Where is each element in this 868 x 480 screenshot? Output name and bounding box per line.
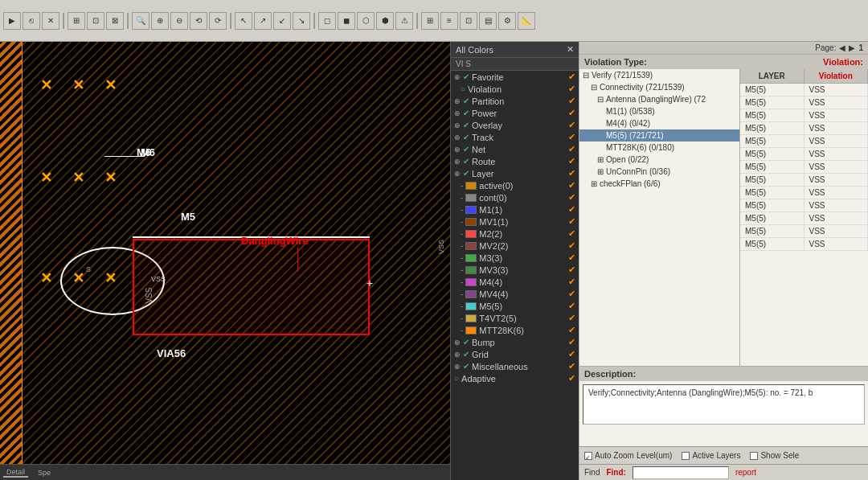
page-prev-btn[interactable]: ◀ [839, 43, 845, 52]
layer-tree-item[interactable]: ○ Adaptive ✔ [451, 372, 579, 384]
visible-check[interactable]: ✔ [568, 289, 575, 299]
layer-tree-item[interactable]: - M4(4) ✔ [451, 276, 579, 288]
spe-tab[interactable]: Spe [35, 469, 54, 477]
table-row[interactable]: M5(5) VSS [740, 135, 868, 148]
layer-tree-item[interactable]: ⊕ ✔ Power ✔ [451, 107, 579, 119]
toolbar-btn-13[interactable]: ↗ [254, 12, 272, 30]
toolbar-btn-25[interactable]: ⚙ [498, 12, 516, 30]
toolbar-btn-10[interactable]: ⟲ [190, 12, 207, 30]
toolbar-btn-6[interactable]: ⊠ [106, 12, 124, 30]
layer-tree-item[interactable]: - M5(5) ✔ [451, 300, 579, 312]
show-sele-cb-icon[interactable] [750, 452, 758, 460]
visible-icon[interactable]: ✔ [568, 132, 575, 142]
layer-tree-item[interactable]: ⊕ ✔ Overlay ✔ [451, 119, 579, 131]
visible-icon[interactable]: ✔ [568, 168, 575, 178]
toolbar-btn-23[interactable]: ⊡ [460, 12, 477, 30]
find-btn[interactable]: Find: [606, 468, 625, 477]
toolbar-btn-18[interactable]: ⬡ [357, 12, 375, 30]
toolbar-btn-20[interactable]: ⚠ [395, 12, 413, 30]
visible-check[interactable]: ✔ [568, 265, 575, 275]
vtree-item[interactable]: M4(4) (0/42) [579, 117, 739, 129]
layer-tree-item[interactable]: ○ Violation ✔ [451, 83, 579, 95]
report-btn[interactable]: report [735, 468, 756, 477]
table-row[interactable]: M5(5) VSS [740, 148, 868, 161]
toolbar-btn-11[interactable]: ⟳ [209, 12, 227, 30]
visible-check[interactable]: ✔ [568, 277, 575, 287]
layer-tree-item[interactable]: - MTT28K(6) ✔ [451, 324, 579, 336]
table-row[interactable]: M5(5) VSS [740, 96, 868, 109]
visible-icon[interactable]: ✔ [568, 144, 575, 154]
auto-zoom-checkbox[interactable]: Auto Zoom Level(um) [584, 451, 672, 460]
show-sele-checkbox[interactable]: Show Sele [750, 451, 799, 460]
visible-check[interactable]: ✔ [568, 192, 575, 203]
table-row[interactable]: M5(5) VSS [740, 212, 868, 225]
vtree-item[interactable]: MTT28K(6) (0/180) [579, 142, 739, 154]
auto-zoom-cb-icon[interactable] [584, 452, 592, 460]
vtree-item[interactable]: ⊟ Verify (721/1539) [579, 69, 739, 81]
visible-check[interactable]: ✔ [568, 204, 575, 215]
table-row[interactable]: M5(5) VSS [740, 199, 868, 212]
layer-tree-item[interactable]: - cont(0) ✔ [451, 191, 579, 203]
visible-check[interactable]: ✔ [568, 240, 575, 251]
vtree-item[interactable]: M1(1) (0/538) [579, 105, 739, 117]
vtree-item[interactable]: ⊞ checkFPlan (6/6) [579, 178, 739, 190]
toolbar-btn-3[interactable]: ✕ [42, 12, 59, 30]
table-row[interactable]: M5(5) VSS [740, 109, 868, 122]
layer-tree-item[interactable]: - T4VT2(5) ✔ [451, 312, 579, 324]
visible-check[interactable]: ✔ [568, 313, 575, 323]
visible-icon[interactable]: ✔ [568, 96, 575, 106]
vtree-item[interactable]: ⊞ UnConnPin (0/36) [579, 166, 739, 178]
visible-icon[interactable]: ✔ [568, 361, 575, 371]
layer-tree-item[interactable]: ⊕ ✔ Miscellaneous ✔ [451, 360, 579, 372]
canvas-area[interactable]: ✕ ✕ ✕ ✕ ✕ ✕ ✕ ✕ ✕ M6 M6 M5 DanglingWire … [0, 42, 450, 480]
toolbar-btn-17[interactable]: ◼ [338, 12, 355, 30]
table-row[interactable]: M5(5) VSS [740, 238, 868, 251]
toolbar-btn-2[interactable]: ⎋ [23, 12, 40, 30]
visible-check[interactable]: ✔ [568, 84, 575, 94]
layer-tree-item[interactable]: ⊕ ✔ Bump ✔ [451, 336, 579, 348]
toolbar-btn-16[interactable]: ◻ [318, 12, 336, 30]
find-input[interactable] [633, 466, 729, 479]
toolbar-btn-14[interactable]: ↙ [273, 12, 291, 30]
active-layers-checkbox[interactable]: Active Layers [682, 451, 740, 460]
vtree-item[interactable]: ⊟ Antenna (DanglingWire) (72 [579, 93, 739, 105]
visible-icon[interactable]: ✔ [568, 120, 575, 130]
active-layers-cb-icon[interactable] [682, 452, 690, 460]
visible-check[interactable]: ✔ [568, 252, 575, 263]
layer-tree-item[interactable]: - MV1(1) ✔ [451, 215, 579, 228]
toolbar-btn-12[interactable]: ↖ [235, 12, 252, 30]
vtree-item[interactable]: ⊞ Open (0/22) [579, 154, 739, 166]
toolbar-btn-5[interactable]: ⊡ [87, 12, 104, 30]
layer-tree-item[interactable]: - MV4(4) ✔ [451, 288, 579, 300]
page-next-btn[interactable]: ▶ [849, 43, 855, 52]
layer-tree-item[interactable]: - M2(2) ✔ [451, 228, 579, 240]
toolbar-btn-7[interactable]: 🔍 [132, 12, 149, 30]
layer-tree-item[interactable]: ⊕ ✔ Net ✔ [451, 143, 579, 155]
visible-icon[interactable]: ✔ [568, 156, 575, 166]
toolbar-btn-22[interactable]: ≡ [440, 12, 458, 30]
layer-tree-item[interactable]: ⊕ ✔ Route ✔ [451, 155, 579, 167]
table-row[interactable]: M5(5) VSS [740, 187, 868, 199]
visible-icon[interactable]: ✔ [568, 108, 575, 118]
visible-check[interactable]: ✔ [568, 180, 575, 191]
table-row[interactable]: M5(5) VSS [740, 84, 868, 96]
visible-icon[interactable]: ✔ [568, 349, 575, 359]
layer-tree-item[interactable]: - MV3(3) ✔ [451, 264, 579, 276]
toolbar-btn-24[interactable]: ▤ [479, 12, 497, 30]
toolbar-btn-21[interactable]: ⊞ [421, 12, 439, 30]
table-row[interactable]: M5(5) VSS [740, 174, 868, 187]
toolbar-btn-19[interactable]: ⬢ [376, 12, 394, 30]
toolbar-btn-9[interactable]: ⊖ [170, 12, 188, 30]
toolbar-btn-8[interactable]: ⊕ [151, 12, 169, 30]
close-icon[interactable]: ✕ [567, 44, 574, 55]
layer-tree-item[interactable]: ⊕ ✔ Favorite ✔ [451, 71, 579, 83]
visible-check[interactable]: ✔ [568, 228, 575, 239]
layer-tree-item[interactable]: - M1(1) ✔ [451, 203, 579, 215]
layer-tree-item[interactable]: - M3(3) ✔ [451, 252, 579, 264]
table-row[interactable]: M5(5) VSS [740, 122, 868, 135]
toolbar-btn-1[interactable]: ▶ [3, 12, 21, 30]
toolbar-btn-26[interactable]: 📐 [518, 12, 535, 30]
layer-tree-item[interactable]: ⊕ ✔ Track ✔ [451, 131, 579, 143]
layer-tree-item[interactable]: ⊕ ✔ Layer ✔ [451, 167, 579, 179]
toolbar-btn-4[interactable]: ⊞ [68, 12, 85, 30]
